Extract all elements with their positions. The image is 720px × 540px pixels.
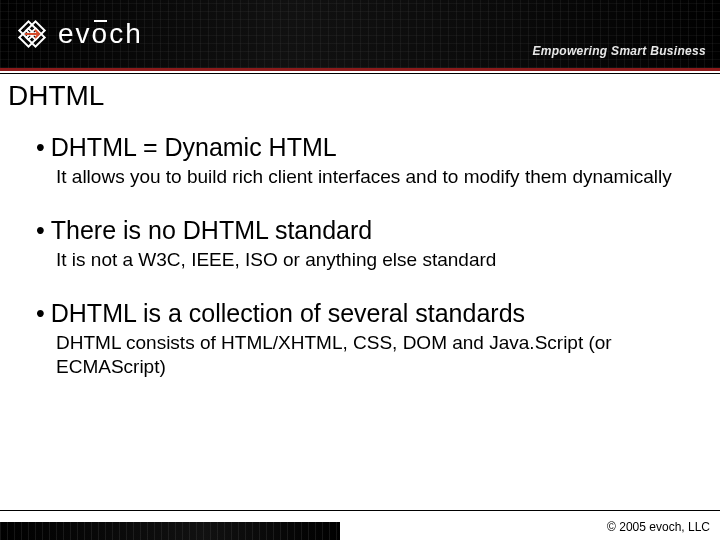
bullet-item: •DHTML = Dynamic HTML It allows you to b… xyxy=(36,132,694,189)
bullet-heading: •There is no DHTML standard xyxy=(36,215,694,246)
tagline: Empowering Smart Business xyxy=(532,44,706,58)
brand-logo: evoch xyxy=(12,14,143,54)
slide-title: DHTML xyxy=(8,80,710,112)
bullet-description: DHTML consists of HTML/XHTML, CSS, DOM a… xyxy=(36,329,694,379)
slide-content: DHTML •DHTML = Dynamic HTML It allows yo… xyxy=(0,74,720,379)
slide-header: evoch Empowering Smart Business xyxy=(0,0,720,68)
logo-icon xyxy=(12,14,52,54)
copyright-text: © 2005 evoch, LLC xyxy=(607,520,710,534)
bullet-head-text: There is no DHTML standard xyxy=(51,216,372,244)
bullet-item: •DHTML is a collection of several standa… xyxy=(36,298,694,379)
footer-decoration xyxy=(0,522,340,540)
bullet-head-text: DHTML is a collection of several standar… xyxy=(51,299,525,327)
bullet-description: It is not a W3C, IEEE, ISO or anything e… xyxy=(36,246,694,272)
header-rule-red xyxy=(0,68,720,71)
bullet-description: It allows you to build rich client inter… xyxy=(36,163,694,189)
bullet-heading: •DHTML is a collection of several standa… xyxy=(36,298,694,329)
logo-text: evoch xyxy=(58,18,143,50)
slide-footer: © 2005 evoch, LLC xyxy=(0,510,720,540)
bullet-head-text: DHTML = Dynamic HTML xyxy=(51,133,337,161)
bullet-item: •There is no DHTML standard It is not a … xyxy=(36,215,694,272)
bullet-heading: •DHTML = Dynamic HTML xyxy=(36,132,694,163)
bullet-list: •DHTML = Dynamic HTML It allows you to b… xyxy=(8,132,710,379)
